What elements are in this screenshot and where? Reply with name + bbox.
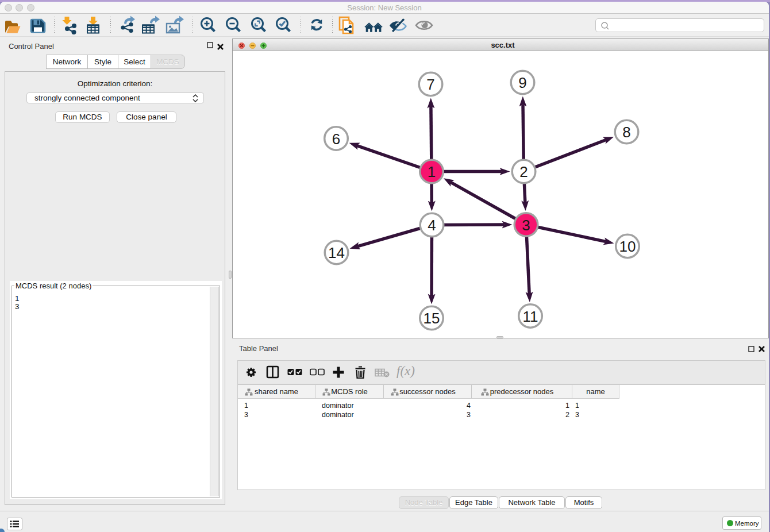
svg-text:11: 11 — [523, 308, 538, 325]
svg-text:6: 6 — [332, 130, 340, 148]
svg-text:2: 2 — [519, 163, 528, 180]
svg-text:10: 10 — [619, 238, 636, 255]
svg-text:14: 14 — [328, 244, 345, 261]
svg-text:3: 3 — [522, 217, 530, 234]
svg-text:15: 15 — [424, 310, 440, 327]
svg-text:1: 1 — [428, 163, 436, 180]
svg-text:8: 8 — [622, 124, 630, 141]
svg-text:7: 7 — [426, 76, 434, 93]
svg-text:9: 9 — [518, 74, 526, 91]
svg-text:4: 4 — [428, 217, 436, 234]
